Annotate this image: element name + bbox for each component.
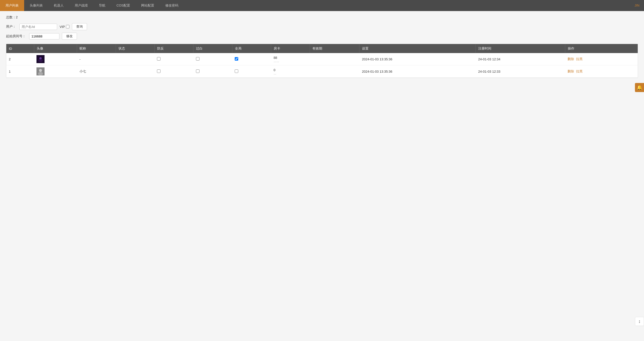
table-row: 1 小七0…2024-01-03 13:35:3624-01-03 12:33删… bbox=[6, 65, 638, 78]
cell-settings: 2024-01-03 13:35:36 bbox=[359, 65, 476, 78]
cell-validity bbox=[310, 65, 359, 78]
col-actions: 操作 bbox=[565, 44, 638, 53]
room-label: 起始房间号： bbox=[6, 34, 26, 38]
nav-item-cos-config[interactable]: COS配置 bbox=[111, 0, 136, 11]
summary-label: 总数： bbox=[6, 15, 16, 19]
user-search-input[interactable] bbox=[19, 24, 57, 30]
cell-guobai[interactable] bbox=[193, 65, 232, 78]
vip-text: VIP bbox=[60, 25, 65, 29]
nav-item-avatar-list[interactable]: 头像列表 bbox=[24, 0, 48, 11]
col-roomcard: 房卡 bbox=[271, 44, 310, 53]
room-card-edit-link[interactable]: …… bbox=[273, 60, 307, 63]
cell-settings: 2024-01-03 13:35:36 bbox=[359, 53, 476, 65]
svg-point-2 bbox=[39, 57, 42, 60]
cell-avatar bbox=[34, 65, 77, 78]
user-filter-label: 用户： bbox=[6, 24, 16, 29]
cell-guobai[interactable] bbox=[193, 53, 232, 65]
action-删除[interactable]: 删除 bbox=[568, 57, 574, 61]
main-content: 总数：2 用户： VIP 查询 起始房间号： 修改 ID 头像 昵称 状态 防反 bbox=[0, 11, 644, 82]
cell-validity bbox=[310, 53, 359, 65]
cell-actions: 删除拉黑 bbox=[565, 65, 638, 78]
cell-roomcard: 0… bbox=[271, 65, 310, 78]
nav-login[interactable]: JIN bbox=[630, 0, 644, 11]
cell-id: 2 bbox=[6, 53, 34, 65]
col-id: ID bbox=[6, 44, 34, 53]
action-删除[interactable]: 删除 bbox=[568, 69, 574, 73]
nav-item-change-password[interactable]: 修改密码 bbox=[160, 0, 184, 11]
guobai-checkbox[interactable] bbox=[196, 69, 199, 73]
cell-id: 1 bbox=[6, 65, 34, 78]
action-拉黑[interactable]: 拉黑 bbox=[576, 69, 583, 73]
cell-regtime: 24-01-03 12:34 bbox=[476, 53, 565, 65]
svg-point-6 bbox=[39, 69, 42, 72]
col-avatar: 头像 bbox=[34, 44, 77, 53]
cell-fangfan[interactable] bbox=[154, 65, 193, 78]
table-row: 2 -88……2024-01-03 13:35:3624-01-03 12:34… bbox=[6, 53, 638, 65]
col-status: 状态 bbox=[116, 44, 154, 53]
svg-point-7 bbox=[38, 72, 43, 75]
cell-quanju[interactable] bbox=[232, 53, 271, 65]
cell-actions: 删除拉黑 bbox=[565, 53, 638, 65]
summary-count: 2 bbox=[16, 15, 18, 19]
cell-status bbox=[116, 65, 154, 78]
room-card-edit-link[interactable]: … bbox=[273, 72, 307, 75]
col-settings: 设置 bbox=[359, 44, 476, 53]
nav-item-user-list[interactable]: 用户列表 bbox=[0, 0, 24, 11]
quanju-checkbox[interactable] bbox=[235, 57, 238, 61]
fangfan-checkbox[interactable] bbox=[157, 57, 160, 61]
vip-checkbox[interactable] bbox=[66, 25, 69, 28]
col-validity: 有效期 bbox=[310, 44, 359, 53]
nav-item-site-config[interactable]: 网站配置 bbox=[136, 0, 160, 11]
quanju-checkbox[interactable] bbox=[235, 69, 238, 73]
cell-avatar bbox=[34, 53, 77, 65]
cell-nickname: 小七 bbox=[77, 65, 116, 78]
guobai-checkbox[interactable] bbox=[196, 57, 199, 61]
navbar: 用户列表 头像列表 机器人 用户战绩 导航 COS配置 网站配置 修改密码 JI… bbox=[0, 0, 644, 11]
modify-button[interactable]: 修改 bbox=[62, 33, 77, 40]
action-拉黑[interactable]: 拉黑 bbox=[576, 57, 583, 61]
room-input[interactable] bbox=[29, 33, 59, 39]
vip-label: VIP bbox=[60, 25, 69, 29]
user-table: ID 头像 昵称 状态 防反 过白 全局 房卡 有效期 设置 注册时间 操作 2 bbox=[6, 44, 638, 78]
svg-point-3 bbox=[40, 58, 41, 59]
cell-nickname: - bbox=[77, 53, 116, 65]
nav-item-robot[interactable]: 机器人 bbox=[48, 0, 69, 11]
col-guobai: 过白 bbox=[193, 44, 232, 53]
table-header-row: ID 头像 昵称 状态 防反 过白 全局 房卡 有效期 设置 注册时间 操作 bbox=[6, 44, 638, 53]
query-button[interactable]: 查询 bbox=[72, 23, 87, 30]
cell-status bbox=[116, 53, 154, 65]
cell-quanju[interactable] bbox=[232, 65, 271, 78]
summary-row: 总数：2 bbox=[6, 15, 638, 20]
cell-fangfan[interactable] bbox=[154, 53, 193, 65]
col-fangfan: 防反 bbox=[154, 44, 193, 53]
col-nickname: 昵称 bbox=[77, 44, 116, 53]
filter-row-2: 起始房间号： 修改 bbox=[6, 33, 638, 40]
col-quanju: 全局 bbox=[232, 44, 271, 53]
cell-regtime: 24-01-03 12:33 bbox=[476, 65, 565, 78]
col-regtime: 注册时间 bbox=[476, 44, 565, 53]
nav-item-navigation[interactable]: 导航 bbox=[93, 0, 111, 11]
nav-item-user-record[interactable]: 用户战绩 bbox=[69, 0, 93, 11]
filter-row-1: 用户： VIP 查询 bbox=[6, 23, 638, 30]
cell-roomcard: 88…… bbox=[271, 53, 310, 65]
fangfan-checkbox[interactable] bbox=[157, 69, 160, 73]
svg-point-4 bbox=[41, 58, 42, 59]
